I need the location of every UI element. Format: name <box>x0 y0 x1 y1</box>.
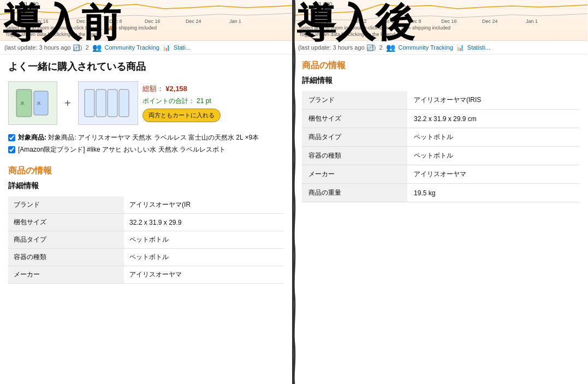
right-date-dec16: Dec 16 <box>441 19 457 24</box>
table-row: 容器の種類 ペットボトル <box>8 249 284 266</box>
right-row5-value: アイリスオーヤマ <box>407 165 579 184</box>
left-item1-label: 対象商品: 対象商品: アイリスオーヤマ 天然水 ラベルレス 富士山の天然水 2… <box>18 133 259 142</box>
right-chart-toggle: Toggle shown data by clicking on the leg… <box>299 32 397 37</box>
left-chart-area: ¥1,000 Select area to zoom in. Double-cl… <box>0 0 292 41</box>
right-chart-area: ¥1,000 Select area to zoom in. Double-cl… <box>294 0 587 41</box>
table-row: 商品の重量 19.5 kg <box>302 184 579 202</box>
right-row4-label: 容器の種類 <box>302 147 407 165</box>
svg-rect-7 <box>96 89 106 117</box>
left-bundle-title: よく一緒に購入されている商品 <box>8 60 284 73</box>
left-checkbox-item2: [Amazon限定ブランド] #like アサヒ おいしい水 天然水 ラベルレス… <box>8 145 284 154</box>
left-points: ポイントの合計： 21 pt <box>142 97 221 106</box>
right-row4-value: ペットボトル <box>407 147 579 165</box>
left-chart-toggle: Toggle shown data by clicking on the leg… <box>5 32 103 37</box>
left-panel: 導入前 ¥1,000 Select area to zoom in. Doubl… <box>0 0 294 384</box>
left-checkbox-item1: 対象商品: 対象商品: アイリスオーヤマ 天然水 ラベルレス 富士山の天然水 2… <box>8 133 284 142</box>
left-badge-count: 2 <box>85 44 88 51</box>
right-date-dec24: Dec 24 <box>482 19 498 24</box>
left-people-icon: 👥 <box>92 43 102 52</box>
left-stats-link[interactable]: Stati... <box>174 44 191 51</box>
right-badge-count: 2 <box>379 44 382 51</box>
right-product-info-title: 商品の情報 <box>302 60 579 71</box>
right-row3-label: 商品タイプ <box>302 128 407 147</box>
right-row6-value: 19.5 kg <box>407 184 579 202</box>
right-row6-label: 商品の重量 <box>302 184 407 202</box>
right-community-tracking[interactable]: Community Tracking <box>399 44 453 51</box>
table-row: ブランド アイリスオーヤマ(IR <box>8 196 284 214</box>
left-date-jan: Jan 1 <box>229 19 241 24</box>
table-row: 梱包サイズ 32.2 x 31.9 x 29.9 <box>8 214 284 231</box>
table-row: メーカー アイリスオーヤマ <box>302 165 579 184</box>
left-bundle-area: 水 水 + 総額： ¥2,158 <box>8 81 284 125</box>
left-date-dec24: Dec 24 <box>186 19 201 24</box>
left-row4-label: 容器の種類 <box>8 249 124 266</box>
product1-svg: 水 水 <box>14 87 52 119</box>
table-row: 梱包サイズ 32.2 x 31.9 x 29.9 cm <box>302 110 579 128</box>
left-bundle-price-area: 総額： ¥2,158 ポイントの合計： 21 pt 両方ともカートに入れる <box>142 84 221 122</box>
left-info-table: ブランド アイリスオーヤマ(IR 梱包サイズ 32.2 x 31.9 x 29.… <box>8 196 284 284</box>
left-date-dec1: Dec 1 <box>76 19 90 24</box>
left-row2-label: 梱包サイズ <box>8 214 124 231</box>
svg-rect-6 <box>85 89 94 117</box>
right-people-icon: 👥 <box>386 43 395 52</box>
right-chart-svg <box>294 0 587 25</box>
table-row: 容器の種類 ペットボトル <box>302 147 579 165</box>
left-checkbox1[interactable] <box>8 134 15 141</box>
right-stats-link[interactable]: Statisti... <box>467 44 490 51</box>
left-product2-image <box>78 81 138 125</box>
svg-text:水: 水 <box>37 101 41 106</box>
right-detail-info-title: 詳細情報 <box>302 76 579 86</box>
left-main-content: よく一緒に購入されている商品 水 水 + <box>0 55 292 289</box>
left-item2-label: [Amazon限定ブランド] #like アサヒ おいしい水 天然水 ラベルレス… <box>18 145 225 154</box>
right-row1-value: アイリスオーヤマ(IRIS <box>407 91 579 110</box>
table-row: 商品タイプ ペットボトル <box>8 231 284 249</box>
left-date-dec16: Dec 16 <box>145 19 161 24</box>
left-plus-sign: + <box>62 97 74 110</box>
right-panel: 導入後 ¥1,000 Select area to zoom in. Doubl… <box>294 0 587 384</box>
left-info-bar: (last update: 3 hours ago 🔃) 2 👥 Communi… <box>0 41 292 55</box>
right-date-nov16: Nov 16 <box>316 19 331 24</box>
right-info-table: ブランド アイリスオーヤマ(IRIS 梱包サイズ 32.2 x 31.9 x 2… <box>302 91 579 202</box>
left-row4-value: ペットボトル <box>124 249 284 266</box>
right-chart-legend: Select area to zoom in. Double-click to … <box>299 25 450 31</box>
table-row: 商品タイプ ペットボトル <box>302 128 579 147</box>
right-info-bar: (last update: 3 hours ago 🔃) 2 👥 Communi… <box>294 41 587 55</box>
right-date-dec1: Dec 1 <box>381 19 394 24</box>
right-row1-label: ブランド <box>302 91 407 110</box>
left-row3-value: ペットボトル <box>124 231 284 249</box>
left-bar-chart-icon: 📊 <box>163 44 170 51</box>
left-detail-info-title: 詳細情報 <box>8 181 284 191</box>
svg-rect-3 <box>34 91 48 115</box>
left-chart-legend: Select area to zoom in. Double-click to … <box>5 25 157 31</box>
left-date-dec8: Dec 8 <box>109 19 122 24</box>
left-add-to-cart-button[interactable]: 両方ともカートに入れる <box>142 109 221 122</box>
right-row3-value: ペットボトル <box>407 128 579 147</box>
table-row: ブランド アイリスオーヤマ(IRIS <box>302 91 579 110</box>
left-row1-label: ブランド <box>8 196 124 214</box>
left-row1-value: アイリスオーヤマ(IR <box>124 196 284 214</box>
product2-svg <box>84 87 133 119</box>
right-update-time: (last update: 3 hours ago 🔃) <box>298 44 376 51</box>
right-bar-chart-icon: 📊 <box>456 44 464 51</box>
svg-rect-8 <box>108 89 117 117</box>
left-community-tracking[interactable]: Community Tracking <box>105 44 159 51</box>
left-update-time: (last update: 3 hours ago 🔃) <box>4 44 82 51</box>
left-date-nov16: Nov 16 <box>33 19 49 24</box>
left-row5-label: メーカー <box>8 266 124 284</box>
left-product-info-title: 商品の情報 <box>8 165 284 177</box>
left-row3-label: 商品タイプ <box>8 231 124 249</box>
left-checkbox2[interactable] <box>8 146 15 153</box>
right-row5-label: メーカー <box>302 165 407 184</box>
svg-text:水: 水 <box>20 101 25 106</box>
left-product1-image: 水 水 <box>8 81 57 125</box>
right-date-dec8: Dec 8 <box>408 19 421 24</box>
right-date-jan1: Jan 1 <box>526 19 538 24</box>
left-row5-value: アイリスオーヤマ <box>124 266 284 284</box>
right-date-nov2: Nov 2 <box>354 19 367 24</box>
right-row2-value: 32.2 x 31.9 x 29.9 cm <box>407 110 579 128</box>
svg-rect-9 <box>119 89 129 117</box>
right-row2-label: 梱包サイズ <box>302 110 407 128</box>
right-main-content: 商品の情報 詳細情報 ブランド アイリスオーヤマ(IRIS 梱包サイズ 32.2… <box>294 55 587 208</box>
left-row2-value: 32.2 x 31.9 x 29.9 <box>124 214 284 231</box>
left-total-price: 総額： ¥2,158 <box>142 84 221 94</box>
